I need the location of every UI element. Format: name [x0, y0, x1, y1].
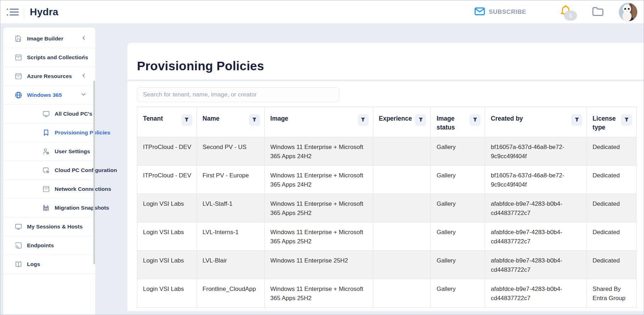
sidebar-item-label: Cloud PC Configuration — [55, 167, 117, 173]
table-cell: ITProCloud - DEV — [137, 137, 197, 166]
table-row[interactable]: Login VSI LabsLVL-Staff-1Windows 11 Ente… — [137, 194, 637, 222]
cast-icon — [15, 242, 22, 249]
bookmark-icon — [42, 129, 50, 137]
sidebar-item-label: Network Connections — [55, 186, 111, 192]
funnel-icon — [360, 117, 365, 123]
table-cell: afabfdce-b9e7-4283-b0b4-cd44837722c7 — [485, 251, 587, 279]
table-cell: Gallery — [431, 279, 485, 308]
filter-button[interactable] — [621, 114, 632, 126]
table-row[interactable]: ITProCloud - DEVFirst PV - EuropeWindows… — [137, 166, 637, 194]
table-cell: Login VSI Labs — [137, 251, 197, 279]
globe-icon — [15, 91, 22, 99]
table-cell: Gallery — [431, 194, 485, 222]
table-cell — [373, 194, 431, 222]
sidebar-item-provisioning-policies[interactable]: Provisioning Policies — [3, 123, 95, 142]
archive-icon — [15, 54, 22, 61]
table-cell: LVL-Staff-1 — [197, 194, 264, 222]
provisioning-policies-table: Tenant Name Image Experience Image statu… — [137, 107, 637, 308]
sidebar-item-my-sessions-hosts[interactable]: My Sessions & Hosts — [3, 217, 95, 236]
filter-button[interactable] — [249, 114, 260, 126]
sidebar-item-label: My Sessions & Hosts — [27, 223, 83, 230]
table-cell: Gallery — [431, 166, 485, 194]
table-row[interactable]: Login VSI LabsLVL-BlairWindows 11 Enterp… — [137, 251, 637, 279]
table-cell: Frontline_CloudApp — [197, 279, 264, 308]
sidebar-item-label: Image Builder — [27, 35, 64, 42]
filter-button[interactable] — [571, 114, 582, 126]
sidebar-item-label: Azure Resources — [27, 73, 72, 79]
funnel-icon — [473, 117, 478, 123]
sidebar-navigation: Image BuilderScripts and CollectionsAzur… — [3, 27, 95, 315]
sidebar-item-network-connections[interactable]: Network Connections — [3, 180, 95, 199]
page-title: Provisioning Policies — [137, 59, 264, 73]
sidebar-item-endpoints[interactable]: Endpoints — [3, 236, 95, 255]
sidebar-item-windows-365[interactable]: Windows 365 — [3, 86, 95, 105]
filter-button[interactable] — [415, 114, 426, 126]
table-cell: Dedicated — [587, 166, 637, 194]
save-icon — [42, 204, 50, 212]
table-cell: Shared By Entra Group — [587, 279, 637, 308]
table-cell: Windows 11 Enterprise + Microsoft 365 Ap… — [264, 166, 373, 194]
sidebar-scrollbar-thumb[interactable] — [93, 81, 95, 264]
user-avatar[interactable] — [619, 3, 637, 21]
funnel-icon — [624, 117, 629, 123]
notification-count-badge: 1 — [564, 11, 577, 21]
sidebar-item-user-settings[interactable]: User Settings — [3, 142, 95, 161]
column-header-label: Image status — [436, 114, 467, 132]
subscribe-button[interactable]: SUBSCRIBE — [474, 7, 526, 17]
table-cell — [373, 251, 431, 279]
archive-icon — [15, 72, 22, 80]
table-cell: Gallery — [431, 137, 485, 166]
table-cell: Gallery — [431, 251, 485, 279]
filter-button[interactable] — [358, 114, 369, 126]
table-row[interactable]: ITProCloud - DEVSecond PV - USWindows 11… — [137, 137, 637, 166]
column-header-created-by: Created by — [485, 107, 587, 137]
table-cell: ITProCloud - DEV — [137, 166, 197, 194]
notifications-button[interactable]: 1 — [560, 5, 571, 19]
sidebar-item-label: User Settings — [55, 148, 90, 155]
table-row[interactable]: Login VSI LabsLVL-Interns-1Windows 11 En… — [137, 222, 637, 251]
sidebar-item-label: Logs — [27, 261, 40, 267]
column-header-name: Name — [197, 107, 264, 137]
table-cell — [373, 166, 431, 194]
filter-button[interactable] — [181, 114, 192, 126]
monitor-icon — [42, 110, 50, 118]
column-header-experience: Experience — [373, 107, 431, 137]
table-cell: Dedicated — [587, 251, 637, 279]
table-cell: Windows 11 Enterprise + Microsoft 365 Ap… — [264, 279, 373, 308]
sidebar-item-azure-resources[interactable]: Azure Resources — [3, 67, 95, 86]
monitor-icon — [15, 223, 22, 231]
table-row[interactable]: Login VSI LabsFrontline_CloudAppWindows … — [137, 279, 637, 308]
sidebar-item-cloud-pc-configuration[interactable]: Cloud PC Configuration — [3, 161, 95, 180]
sidebar-item-image-builder[interactable]: Image Builder — [3, 29, 95, 48]
filter-button[interactable] — [469, 114, 480, 126]
table-cell: bf16057a-637d-46a8-be72-9c9cc49f404f — [485, 137, 587, 166]
subscribe-label: SUBSCRIBE — [489, 9, 526, 16]
sidebar-item-label: Windows 365 — [27, 92, 62, 98]
table-cell: Windows 11 Enterprise 25H2 — [264, 251, 373, 279]
column-header-label: Experience — [379, 114, 412, 123]
menu-toggle-icon[interactable] — [7, 7, 19, 17]
column-header-label: Tenant — [143, 114, 163, 123]
column-header-label: Name — [203, 114, 220, 123]
table-cell: First PV - Europe — [197, 166, 264, 194]
sidebar-item-scripts-and-collections[interactable]: Scripts and Collections — [3, 48, 95, 67]
files-button[interactable] — [592, 6, 604, 18]
sidebar-item-logs[interactable]: Logs — [3, 255, 95, 274]
table-cell: Gallery — [431, 222, 485, 251]
table-cell: afabfdce-b9e7-4283-b0b4-cd44837722c7 — [485, 279, 587, 308]
funnel-icon — [418, 117, 423, 123]
sidebar-item-migration-snapshots[interactable]: Migration Snapshots — [3, 199, 95, 217]
table-cell — [373, 137, 431, 166]
table-cell — [373, 279, 431, 308]
column-header-tenant: Tenant — [137, 107, 197, 137]
column-header-label: License type — [593, 114, 619, 132]
sidebar-item-all-cloud-pc-s[interactable]: All Cloud PC's — [3, 105, 95, 123]
column-header-license-type: License type — [587, 107, 637, 137]
user-gear-icon — [42, 148, 50, 155]
column-header-label: Image — [270, 114, 288, 123]
search-input[interactable] — [137, 87, 339, 102]
funnel-icon — [184, 117, 189, 123]
content-card: Tenant Name Image Experience Image statu… — [127, 81, 644, 311]
header-divider — [24, 6, 24, 18]
monitor-gear-icon — [42, 166, 50, 174]
